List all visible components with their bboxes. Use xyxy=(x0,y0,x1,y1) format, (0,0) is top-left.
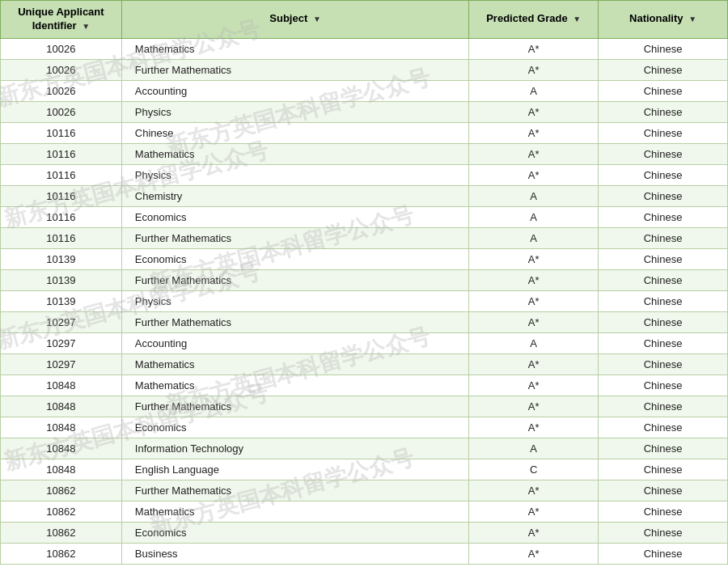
cell-grade: A* xyxy=(469,164,599,185)
cell-nationality: Chinese xyxy=(599,101,728,122)
cell-subject: Further Mathematics xyxy=(121,269,468,290)
cell-grade: A* xyxy=(469,417,599,438)
cell-subject: Economics xyxy=(121,248,468,269)
cell-grade: A* xyxy=(469,248,599,269)
cell-subject: Physics xyxy=(121,101,468,122)
cell-id: 10862 xyxy=(1,543,122,564)
cell-id: 10026 xyxy=(1,59,122,80)
cell-subject: Business xyxy=(121,543,468,564)
table-row: 10026PhysicsA*Chinese xyxy=(1,101,728,122)
cell-nationality: Chinese xyxy=(599,38,728,59)
cell-subject: Accounting xyxy=(121,80,468,101)
table-row: 10116ChemistryAChinese xyxy=(1,185,728,206)
table-wrapper: Unique Applicant Identifier ▼ Subject ▼ … xyxy=(0,0,728,565)
cell-subject: Chemistry xyxy=(121,185,468,206)
cell-id: 10026 xyxy=(1,80,122,101)
cell-id: 10116 xyxy=(1,206,122,227)
cell-subject: Physics xyxy=(121,290,468,311)
cell-grade: A* xyxy=(469,396,599,417)
cell-nationality: Chinese xyxy=(599,417,728,438)
cell-grade: A xyxy=(469,206,599,227)
table-row: 10848Information TechnologyAChinese xyxy=(1,438,728,459)
filter-icon-grade[interactable]: ▼ xyxy=(573,14,581,24)
cell-grade: A* xyxy=(469,143,599,164)
col-header-id-label: Unique Applicant Identifier xyxy=(18,6,104,32)
cell-grade: C xyxy=(469,459,599,480)
cell-id: 10297 xyxy=(1,311,122,332)
table-row: 10116ChineseA*Chinese xyxy=(1,122,728,143)
cell-subject: Economics xyxy=(121,206,468,227)
cell-grade: A* xyxy=(469,480,599,501)
cell-id: 10116 xyxy=(1,185,122,206)
cell-nationality: Chinese xyxy=(599,501,728,522)
cell-id: 10848 xyxy=(1,396,122,417)
cell-nationality: Chinese xyxy=(599,227,728,248)
table-row: 10848English LanguageCChinese xyxy=(1,459,728,480)
cell-subject: Mathematics xyxy=(121,38,468,59)
cell-grade: A* xyxy=(469,501,599,522)
col-header-subject[interactable]: Subject ▼ xyxy=(121,1,468,39)
table-row: 10862MathematicsA*Chinese xyxy=(1,501,728,522)
col-header-grade[interactable]: Predicted Grade ▼ xyxy=(469,1,599,39)
cell-nationality: Chinese xyxy=(599,396,728,417)
cell-subject: Economics xyxy=(121,522,468,543)
cell-subject: Economics xyxy=(121,417,468,438)
cell-nationality: Chinese xyxy=(599,206,728,227)
cell-id: 10862 xyxy=(1,480,122,501)
cell-subject: Further Mathematics xyxy=(121,227,468,248)
table-row: 10139EconomicsA*Chinese xyxy=(1,248,728,269)
cell-id: 10297 xyxy=(1,353,122,375)
cell-grade: A* xyxy=(469,122,599,143)
cell-id: 10297 xyxy=(1,332,122,353)
cell-subject: Further Mathematics xyxy=(121,59,468,80)
cell-id: 10848 xyxy=(1,375,122,396)
cell-subject: Accounting xyxy=(121,332,468,353)
table-row: 10116EconomicsAChinese xyxy=(1,206,728,227)
table-row: 10862EconomicsA*Chinese xyxy=(1,522,728,543)
col-header-id[interactable]: Unique Applicant Identifier ▼ xyxy=(1,1,122,39)
data-table: Unique Applicant Identifier ▼ Subject ▼ … xyxy=(0,0,728,565)
table-row: 10297AccountingAChinese xyxy=(1,332,728,353)
cell-nationality: Chinese xyxy=(599,438,728,459)
cell-id: 10139 xyxy=(1,248,122,269)
filter-icon-id[interactable]: ▼ xyxy=(82,21,90,32)
cell-nationality: Chinese xyxy=(599,248,728,269)
cell-subject: Mathematics xyxy=(121,375,468,396)
cell-grade: A* xyxy=(469,38,599,59)
table-row: 10139PhysicsA*Chinese xyxy=(1,290,728,311)
cell-nationality: Chinese xyxy=(599,80,728,101)
table-container: 新东方英国本科留学公众号新东方英国本科留学公众号新东方英国本科留学公众号新东方英… xyxy=(0,0,728,565)
cell-nationality: Chinese xyxy=(599,353,728,375)
cell-id: 10116 xyxy=(1,164,122,185)
cell-id: 10026 xyxy=(1,101,122,122)
cell-grade: A* xyxy=(469,522,599,543)
cell-grade: A xyxy=(469,227,599,248)
cell-nationality: Chinese xyxy=(599,543,728,564)
table-row: 10116PhysicsA*Chinese xyxy=(1,164,728,185)
table-row: 10297MathematicsA*Chinese xyxy=(1,353,728,375)
cell-nationality: Chinese xyxy=(599,311,728,332)
cell-nationality: Chinese xyxy=(599,122,728,143)
table-row: 10026AccountingAChinese xyxy=(1,80,728,101)
table-row: 10848MathematicsA*Chinese xyxy=(1,375,728,396)
filter-icon-nationality[interactable]: ▼ xyxy=(688,14,696,24)
col-header-nationality[interactable]: Nationality ▼ xyxy=(599,1,728,39)
cell-subject: Mathematics xyxy=(121,143,468,164)
cell-grade: A* xyxy=(469,59,599,80)
table-row: 10116Further MathematicsAChinese xyxy=(1,227,728,248)
table-row: 10139Further MathematicsA*Chinese xyxy=(1,269,728,290)
table-row: 10026MathematicsA*Chinese xyxy=(1,38,728,59)
table-row: 10116MathematicsA*Chinese xyxy=(1,143,728,164)
filter-icon-subject[interactable]: ▼ xyxy=(313,14,321,24)
table-row: 10026Further MathematicsA*Chinese xyxy=(1,59,728,80)
cell-subject: English Language xyxy=(121,459,468,480)
cell-grade: A xyxy=(469,438,599,459)
col-header-grade-label: Predicted Grade xyxy=(486,12,567,24)
cell-grade: A* xyxy=(469,311,599,332)
table-row: 10297Further MathematicsA*Chinese xyxy=(1,311,728,332)
cell-nationality: Chinese xyxy=(599,185,728,206)
cell-id: 10139 xyxy=(1,269,122,290)
cell-id: 10848 xyxy=(1,438,122,459)
cell-subject: Mathematics xyxy=(121,501,468,522)
table-row: 10848Further MathematicsA*Chinese xyxy=(1,396,728,417)
